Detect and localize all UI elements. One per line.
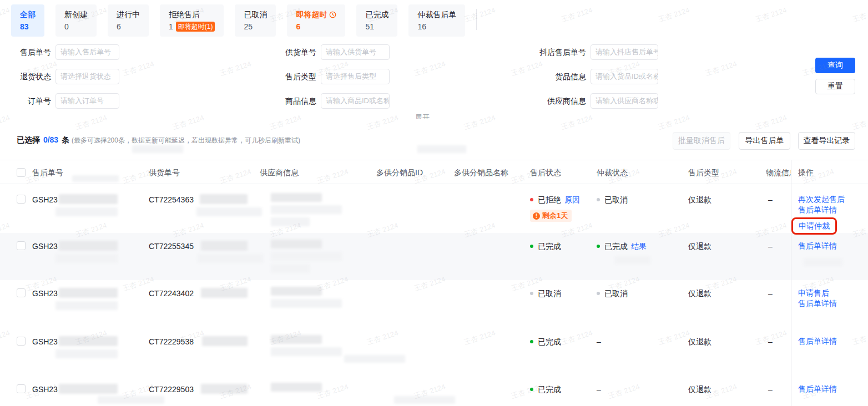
watermark-text: 王杏 2124 — [366, 113, 400, 132]
table-row: GSH23CT72229538已完成–仅退款–售后单详情 — [0, 328, 868, 376]
status-link[interactable]: 原因 — [564, 195, 580, 204]
redacted-block — [196, 207, 262, 216]
status-dot-red — [530, 198, 533, 201]
tab-rejected[interactable]: 拒绝售后1即将超时(1) — [160, 4, 224, 37]
watermark-text: 王杏 2124 — [0, 113, 11, 132]
watermark-text: 王杏 2124 — [754, 5, 788, 24]
tab-all[interactable]: 全部83 — [11, 4, 44, 37]
redacted-block — [271, 335, 322, 344]
operation-column-divider — [791, 160, 791, 406]
filter-input-douyin-after-sale-no[interactable]: 请输入抖店售后单号 — [591, 44, 658, 60]
tab-about-to-timeout[interactable]: 即将超时6 — [287, 4, 345, 37]
redacted-block — [394, 396, 455, 404]
after-sale-id: GSH23 — [32, 384, 58, 395]
column-header: 多供分销品ID — [376, 160, 423, 185]
filter-input-order-no[interactable]: 请输入订单号 — [55, 93, 119, 109]
operation-cell: 申请售后售后单详情 — [798, 288, 837, 309]
watermark-text: 王杏 2124 — [560, 113, 594, 132]
arbitration-cell: 已完成结果 — [597, 241, 647, 252]
supply-order-id: CT72243402 — [149, 288, 194, 299]
after-sale-detail-link[interactable]: 售后单详情 — [798, 384, 837, 394]
watermark-text: 王杏 2124 — [269, 113, 302, 132]
resubmit-after-sale-link[interactable]: 再次发起售后 — [798, 194, 845, 205]
filter-input-return-status[interactable]: 请选择退货状态 — [55, 69, 119, 84]
redacted-block — [55, 254, 118, 263]
batch-cancel-button[interactable]: 批量取消售后 — [673, 132, 730, 150]
arbitration-text: – — [597, 337, 601, 346]
filter-input-product-info[interactable]: 请输入商品ID或名称 — [321, 93, 390, 109]
redacted-block — [55, 349, 118, 358]
tabbar-divider — [476, 9, 477, 30]
column-header: 供货单号 — [149, 160, 180, 185]
after-sale-type: 仅退款 — [688, 194, 711, 205]
after-sale-detail-link[interactable]: 售后单详情 — [798, 205, 845, 215]
tab-label: 新创建 — [64, 9, 88, 20]
filter-input-goods-info[interactable]: 请输入货品ID或名称 — [591, 69, 658, 84]
logistics-info: – — [768, 384, 773, 395]
filter-input-after-sale-no[interactable]: 请输入售后单号 — [55, 44, 119, 60]
redacted-block — [271, 264, 310, 273]
redacted-block — [59, 336, 118, 346]
redacted-block — [615, 256, 650, 264]
watermark-text: 王杏 2124 — [704, 59, 738, 78]
filter-label-supplier-info: 供应商信息 — [508, 93, 586, 109]
arbitration-dot-gray — [597, 292, 600, 295]
reset-button[interactable]: 重置 — [815, 79, 855, 94]
apply-arbitration-link-highlighted[interactable]: 申请仲裁 — [791, 217, 837, 235]
after-sale-detail-link[interactable]: 售后单详情 — [798, 336, 837, 347]
operation-cell: 再次发起售后售后单详情申请仲裁 — [798, 194, 845, 235]
redacted-block — [271, 252, 342, 261]
filter-input-after-sale-type[interactable]: 请选择售后类型 — [321, 69, 390, 84]
filter-label-douyin-after-sale-no: 抖店售后单号 — [508, 44, 586, 60]
arbitration-result-link[interactable]: 结果 — [631, 242, 647, 251]
row-checkbox[interactable] — [17, 241, 26, 250]
after-sale-detail-link[interactable]: 售后单详情 — [798, 241, 837, 251]
filter-label-supply-no: 供货单号 — [239, 44, 316, 60]
row-checkbox[interactable] — [17, 384, 26, 393]
column-header: 供应商信息 — [260, 160, 299, 185]
column-header: 售后类型 — [688, 160, 719, 185]
supply-order-id: CT72229503 — [149, 384, 194, 395]
search-button[interactable]: 查询 — [815, 58, 855, 73]
redacted-block — [202, 336, 248, 346]
after-sale-detail-link[interactable]: 售后单详情 — [798, 298, 837, 309]
row-checkbox[interactable] — [17, 288, 26, 297]
redacted-block — [271, 240, 322, 248]
watermark-text: 王杏 2124 — [560, 5, 594, 24]
tab-canceled[interactable]: 已取消25 — [235, 4, 276, 37]
tab-in-progress[interactable]: 进行中6 — [108, 4, 149, 37]
redacted-block — [271, 347, 342, 356]
row-checkbox[interactable] — [17, 337, 26, 346]
tab-arbitration-orders[interactable]: 仲裁售后单16 — [408, 4, 465, 37]
tab-count: 25 — [244, 21, 267, 32]
filter-label-after-sale-type: 售后类型 — [239, 69, 316, 84]
redacted-block — [59, 384, 118, 394]
status-text: 已完成 — [538, 337, 561, 346]
clock-icon — [329, 9, 336, 20]
export-orders-button[interactable]: 导出售后单 — [739, 132, 790, 150]
expand-toggle[interactable]: 展开 — [415, 113, 430, 119]
status-badge-text: 剩余1天 — [542, 210, 568, 221]
row-checkbox[interactable] — [17, 195, 26, 204]
redacted-block — [72, 175, 119, 182]
tab-completed[interactable]: 已完成51 — [356, 4, 397, 37]
view-export-records-button[interactable]: 查看导出记录 — [798, 132, 855, 150]
supply-order-id: CT72229538 — [149, 336, 194, 347]
status-cell: 已完成 — [530, 384, 561, 395]
after-sale-type: 仅退款 — [688, 288, 711, 299]
remaining-days-badge: !剩余1天 — [530, 210, 572, 222]
after-sale-type: 仅退款 — [688, 384, 711, 395]
select-all-checkbox[interactable] — [17, 168, 26, 177]
redacted-block — [271, 217, 310, 226]
status-text: 已完成 — [538, 385, 561, 394]
status-text: 已拒绝 — [538, 195, 561, 204]
tab-label: 全部 — [20, 9, 36, 20]
tab-count: 51 — [365, 21, 388, 32]
tab-new-created[interactable]: 新创建0 — [55, 4, 97, 37]
filter-input-supply-no[interactable]: 请输入供货单号 — [321, 44, 390, 60]
operation-cell: 售后单详情 — [798, 384, 837, 394]
filter-input-supplier-info[interactable]: 请输入供应商名称或ID — [591, 93, 658, 109]
apply-after-sale-link[interactable]: 申请售后 — [798, 288, 837, 298]
tab-count-number: 83 — [20, 21, 29, 32]
status-text: 已完成 — [538, 242, 561, 251]
